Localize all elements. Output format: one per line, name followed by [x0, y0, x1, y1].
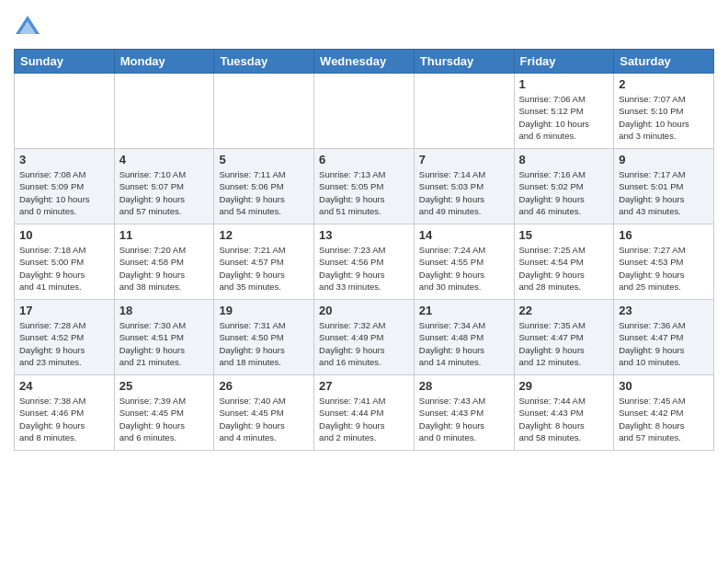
day-info: Sunrise: 7:16 AM Sunset: 5:02 PM Dayligh…: [519, 168, 609, 217]
week-row-3: 10Sunrise: 7:18 AM Sunset: 5:00 PM Dayli…: [15, 224, 714, 300]
calendar-cell: 19Sunrise: 7:31 AM Sunset: 4:50 PM Dayli…: [214, 300, 314, 375]
header-row: SundayMondayTuesdayWednesdayThursdayFrid…: [15, 50, 714, 74]
calendar-cell: 7Sunrise: 7:14 AM Sunset: 5:03 PM Daylig…: [414, 149, 514, 224]
header-cell-friday: Friday: [514, 50, 614, 74]
day-number: 16: [619, 228, 709, 242]
day-info: Sunrise: 7:25 AM Sunset: 4:54 PM Dayligh…: [519, 244, 609, 293]
calendar-cell: 26Sunrise: 7:40 AM Sunset: 4:45 PM Dayli…: [214, 375, 314, 451]
calendar-cell: [214, 74, 314, 149]
day-number: 10: [19, 228, 109, 242]
day-info: Sunrise: 7:38 AM Sunset: 4:46 PM Dayligh…: [19, 395, 109, 443]
calendar-cell: 3Sunrise: 7:08 AM Sunset: 5:09 PM Daylig…: [15, 149, 115, 224]
header: [14, 9, 714, 41]
day-info: Sunrise: 7:35 AM Sunset: 4:47 PM Dayligh…: [519, 319, 609, 368]
page-container: SundayMondayTuesdayWednesdayThursdayFrid…: [0, 0, 728, 455]
calendar-cell: 28Sunrise: 7:43 AM Sunset: 4:43 PM Dayli…: [414, 375, 514, 451]
calendar-table: SundayMondayTuesdayWednesdayThursdayFrid…: [14, 49, 714, 451]
calendar-cell: 12Sunrise: 7:21 AM Sunset: 4:57 PM Dayli…: [214, 224, 314, 300]
header-cell-sunday: Sunday: [15, 50, 115, 74]
day-info: Sunrise: 7:11 AM Sunset: 5:06 PM Dayligh…: [219, 168, 309, 217]
calendar-cell: 1Sunrise: 7:06 AM Sunset: 5:12 PM Daylig…: [514, 74, 614, 149]
day-number: 13: [319, 228, 409, 242]
day-number: 29: [519, 379, 609, 393]
calendar-cell: 4Sunrise: 7:10 AM Sunset: 5:07 PM Daylig…: [114, 149, 214, 224]
day-number: 27: [319, 379, 409, 393]
calendar-cell: [114, 74, 214, 149]
calendar-cell: [314, 74, 415, 149]
day-number: 7: [419, 153, 509, 167]
day-info: Sunrise: 7:36 AM Sunset: 4:47 PM Dayligh…: [619, 319, 709, 368]
day-info: Sunrise: 7:34 AM Sunset: 4:48 PM Dayligh…: [419, 319, 509, 368]
day-info: Sunrise: 7:39 AM Sunset: 4:45 PM Dayligh…: [119, 395, 210, 443]
calendar-cell: 24Sunrise: 7:38 AM Sunset: 4:46 PM Dayli…: [15, 375, 115, 451]
day-number: 22: [519, 304, 609, 317]
day-info: Sunrise: 7:31 AM Sunset: 4:50 PM Dayligh…: [219, 319, 309, 368]
day-info: Sunrise: 7:13 AM Sunset: 5:05 PM Dayligh…: [319, 168, 409, 217]
day-info: Sunrise: 7:06 AM Sunset: 5:12 PM Dayligh…: [519, 93, 609, 142]
calendar-cell: 6Sunrise: 7:13 AM Sunset: 5:05 PM Daylig…: [314, 149, 415, 224]
day-number: 11: [119, 228, 210, 242]
header-cell-saturday: Saturday: [614, 50, 714, 74]
day-info: Sunrise: 7:30 AM Sunset: 4:51 PM Dayligh…: [119, 319, 210, 368]
day-info: Sunrise: 7:20 AM Sunset: 4:58 PM Dayligh…: [119, 244, 210, 293]
day-number: 23: [619, 304, 709, 317]
day-info: Sunrise: 7:27 AM Sunset: 4:53 PM Dayligh…: [619, 244, 709, 293]
header-cell-tuesday: Tuesday: [214, 50, 314, 74]
header-cell-thursday: Thursday: [414, 50, 514, 74]
day-number: 18: [119, 304, 210, 317]
calendar-cell: 17Sunrise: 7:28 AM Sunset: 4:52 PM Dayli…: [15, 300, 115, 375]
day-number: 6: [319, 153, 409, 167]
week-row-4: 17Sunrise: 7:28 AM Sunset: 4:52 PM Dayli…: [15, 300, 714, 375]
calendar-cell: 13Sunrise: 7:23 AM Sunset: 4:56 PM Dayli…: [314, 224, 415, 300]
day-info: Sunrise: 7:44 AM Sunset: 4:43 PM Dayligh…: [519, 395, 609, 443]
day-info: Sunrise: 7:28 AM Sunset: 4:52 PM Dayligh…: [19, 319, 109, 368]
calendar-cell: 27Sunrise: 7:41 AM Sunset: 4:44 PM Dayli…: [314, 375, 415, 451]
day-number: 9: [619, 153, 709, 167]
day-number: 3: [19, 153, 109, 167]
day-number: 17: [19, 304, 109, 317]
day-info: Sunrise: 7:14 AM Sunset: 5:03 PM Dayligh…: [419, 168, 509, 217]
day-number: 15: [519, 228, 609, 242]
calendar-cell: 30Sunrise: 7:45 AM Sunset: 4:42 PM Dayli…: [614, 375, 714, 451]
day-number: 20: [319, 304, 409, 317]
calendar-cell: 16Sunrise: 7:27 AM Sunset: 4:53 PM Dayli…: [614, 224, 714, 300]
day-number: 25: [119, 379, 210, 393]
day-info: Sunrise: 7:10 AM Sunset: 5:07 PM Dayligh…: [119, 168, 210, 217]
day-info: Sunrise: 7:41 AM Sunset: 4:44 PM Dayligh…: [319, 395, 409, 443]
header-cell-monday: Monday: [114, 50, 214, 74]
day-info: Sunrise: 7:32 AM Sunset: 4:49 PM Dayligh…: [319, 319, 409, 368]
logo: [14, 14, 45, 41]
calendar-cell: 22Sunrise: 7:35 AM Sunset: 4:47 PM Dayli…: [514, 300, 614, 375]
calendar-cell: 9Sunrise: 7:17 AM Sunset: 5:01 PM Daylig…: [614, 149, 714, 224]
calendar-cell: [15, 74, 115, 149]
day-number: 12: [219, 228, 309, 242]
day-number: 14: [419, 228, 509, 242]
day-info: Sunrise: 7:18 AM Sunset: 5:00 PM Dayligh…: [19, 244, 109, 293]
calendar-cell: [414, 74, 514, 149]
day-info: Sunrise: 7:24 AM Sunset: 4:55 PM Dayligh…: [419, 244, 509, 293]
day-info: Sunrise: 7:17 AM Sunset: 5:01 PM Dayligh…: [619, 168, 709, 217]
calendar-cell: 20Sunrise: 7:32 AM Sunset: 4:49 PM Dayli…: [314, 300, 415, 375]
calendar-cell: 2Sunrise: 7:07 AM Sunset: 5:10 PM Daylig…: [614, 74, 714, 149]
calendar-cell: 18Sunrise: 7:30 AM Sunset: 4:51 PM Dayli…: [114, 300, 214, 375]
day-number: 4: [119, 153, 210, 167]
calendar-cell: 29Sunrise: 7:44 AM Sunset: 4:43 PM Dayli…: [514, 375, 614, 451]
week-row-5: 24Sunrise: 7:38 AM Sunset: 4:46 PM Dayli…: [15, 375, 714, 451]
day-info: Sunrise: 7:45 AM Sunset: 4:42 PM Dayligh…: [619, 395, 709, 443]
calendar-cell: 5Sunrise: 7:11 AM Sunset: 5:06 PM Daylig…: [214, 149, 314, 224]
day-number: 8: [519, 153, 609, 167]
calendar-cell: 14Sunrise: 7:24 AM Sunset: 4:55 PM Dayli…: [414, 224, 514, 300]
header-cell-wednesday: Wednesday: [314, 50, 415, 74]
day-info: Sunrise: 7:40 AM Sunset: 4:45 PM Dayligh…: [219, 395, 309, 443]
day-info: Sunrise: 7:43 AM Sunset: 4:43 PM Dayligh…: [419, 395, 509, 443]
calendar-cell: 8Sunrise: 7:16 AM Sunset: 5:02 PM Daylig…: [514, 149, 614, 224]
day-number: 21: [419, 304, 509, 317]
day-number: 26: [219, 379, 309, 393]
calendar-cell: 15Sunrise: 7:25 AM Sunset: 4:54 PM Dayli…: [514, 224, 614, 300]
day-number: 1: [519, 77, 609, 91]
calendar-cell: 25Sunrise: 7:39 AM Sunset: 4:45 PM Dayli…: [114, 375, 214, 451]
calendar-cell: 10Sunrise: 7:18 AM Sunset: 5:00 PM Dayli…: [15, 224, 115, 300]
week-row-1: 1Sunrise: 7:06 AM Sunset: 5:12 PM Daylig…: [15, 74, 714, 149]
calendar-cell: 23Sunrise: 7:36 AM Sunset: 4:47 PM Dayli…: [614, 300, 714, 375]
day-number: 19: [219, 304, 309, 317]
